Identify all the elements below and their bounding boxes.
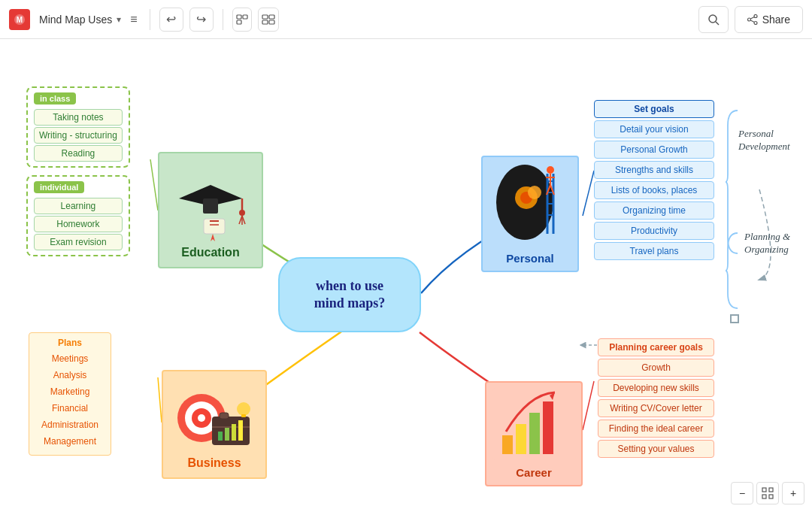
svg-rect-63 (543, 401, 553, 454)
svg-rect-61 (516, 424, 526, 454)
svg-rect-67 (769, 488, 773, 492)
in-class-group: in class Taking notes Writing - structur… (26, 86, 130, 168)
document-title[interactable]: Mind Map Uses (39, 14, 112, 26)
individual-label: individual (34, 181, 84, 193)
zoom-controls: − + (731, 482, 804, 504)
chevron-down-icon[interactable]: ▾ (117, 14, 121, 25)
svg-line-16 (150, 159, 158, 211)
svg-point-11 (754, 14, 757, 17)
lists-books-item[interactable]: Lists of books, places (594, 181, 714, 199)
personal-label: Personal (506, 252, 553, 265)
layout-button[interactable] (258, 8, 279, 32)
learning-item[interactable]: Learning (34, 198, 123, 214)
bracket-dot (730, 314, 739, 323)
svg-rect-35 (220, 413, 229, 419)
svg-rect-68 (762, 495, 766, 498)
svg-rect-40 (238, 420, 243, 441)
svg-text:M: M (17, 16, 23, 24)
search-button[interactable] (698, 6, 729, 33)
undo-button[interactable]: ↩ (159, 8, 183, 32)
svg-rect-5 (262, 15, 268, 19)
planning-organizing-label: Planning & Organizing (744, 231, 790, 256)
management-item[interactable]: Management (37, 434, 103, 449)
svg-rect-3 (243, 15, 247, 19)
svg-rect-24 (203, 198, 218, 214)
center-node[interactable]: when to use mind maps? (278, 257, 421, 332)
title-area: Mind Map Uses ▾ (39, 14, 121, 26)
svg-line-10 (716, 22, 719, 25)
in-class-label: in class (34, 92, 76, 105)
fit-button[interactable] (756, 482, 779, 504)
plans-label: Plans (37, 338, 103, 348)
education-label: Education (181, 246, 239, 259)
developing-skills-item[interactable]: Developing new skills (598, 379, 714, 397)
personal-development-label: Personal Development (738, 128, 790, 153)
exam-revision-item[interactable]: Exam revision (34, 234, 123, 250)
svg-rect-34 (212, 417, 250, 445)
marketing-item[interactable]: Marketing (37, 384, 103, 399)
svg-rect-60 (502, 435, 513, 454)
meetings-item[interactable]: Meetings (37, 351, 103, 366)
insert-button[interactable] (232, 8, 252, 32)
business-items-box: Plans Meetings Analysis Marketing Financ… (29, 332, 111, 456)
homework-item[interactable]: Homework (34, 216, 123, 232)
svg-rect-66 (762, 488, 766, 492)
zoom-in-button[interactable]: + (782, 482, 804, 504)
mind-map-canvas[interactable]: when to use mind maps? (0, 39, 812, 512)
personal-image (487, 159, 574, 249)
planning-career-goals-item[interactable]: Planning career goals (598, 338, 714, 356)
svg-rect-39 (232, 424, 236, 441)
divider2 (223, 9, 223, 30)
analysis-item[interactable]: Analysis (37, 368, 103, 383)
personal-branches: Set goals Detail your vision Personal Gr… (594, 98, 714, 262)
business-card[interactable]: Business (162, 370, 267, 479)
career-branches: Planning career goals Growth Developing … (598, 336, 714, 460)
business-image (173, 386, 256, 453)
travel-plans-item[interactable]: Travel plans (594, 242, 714, 260)
administration-item[interactable]: Administration (37, 417, 103, 432)
svg-line-15 (750, 20, 754, 22)
svg-point-33 (198, 414, 205, 422)
writing-structuring-item[interactable]: Writing - structuring (34, 127, 123, 144)
set-goals-item[interactable]: Set goals (594, 100, 714, 118)
topbar: M Mind Map Uses ▾ ≡ ↩ ↪ Share (0, 0, 812, 39)
detail-vision-item[interactable]: Detail your vision (594, 120, 714, 138)
svg-rect-4 (237, 20, 241, 24)
svg-rect-38 (225, 428, 229, 441)
reading-item[interactable]: Reading (34, 145, 123, 162)
svg-point-47 (528, 186, 541, 199)
app-logo: M (9, 9, 30, 30)
business-branches: Plans Meetings Analysis Marketing Financ… (29, 332, 111, 456)
career-label: Career (516, 466, 552, 479)
menu-icon[interactable]: ≡ (127, 10, 140, 29)
organizing-time-item[interactable]: Organizing time (594, 201, 714, 220)
taking-notes-item[interactable]: Taking notes (34, 109, 123, 126)
svg-line-18 (583, 381, 594, 430)
share-label: Share (762, 14, 790, 26)
svg-point-9 (709, 15, 717, 23)
writing-cv-item[interactable]: Writing CV/Cover letter (598, 399, 714, 417)
center-text: when to use mind maps? (314, 277, 386, 313)
productivity-item[interactable]: Productivity (594, 222, 714, 240)
career-card[interactable]: Career (485, 381, 583, 486)
personal-growth-item[interactable]: Personal Growth (594, 141, 714, 159)
setting-values-item[interactable]: Setting your values (598, 440, 714, 458)
business-label: Business (187, 456, 241, 470)
share-button[interactable]: Share (735, 6, 803, 33)
redo-button[interactable]: ↪ (189, 8, 214, 32)
svg-rect-7 (262, 20, 268, 24)
zoom-out-button[interactable]: − (731, 482, 753, 504)
divider (150, 9, 150, 30)
growth-item[interactable]: Growth (598, 359, 714, 377)
individual-group: individual Learning Homework Exam revisi… (26, 175, 130, 256)
svg-point-41 (237, 402, 250, 416)
personal-card[interactable]: Personal (481, 156, 579, 272)
svg-rect-6 (269, 15, 274, 19)
svg-rect-62 (529, 413, 540, 454)
finding-career-item[interactable]: Finding the ideal career (598, 420, 714, 438)
financial-item[interactable]: Financial (37, 401, 103, 416)
svg-rect-2 (237, 15, 241, 19)
strengths-skills-item[interactable]: Strengths and skills (594, 161, 714, 179)
svg-point-12 (754, 21, 757, 24)
education-card[interactable]: Education (158, 152, 263, 268)
